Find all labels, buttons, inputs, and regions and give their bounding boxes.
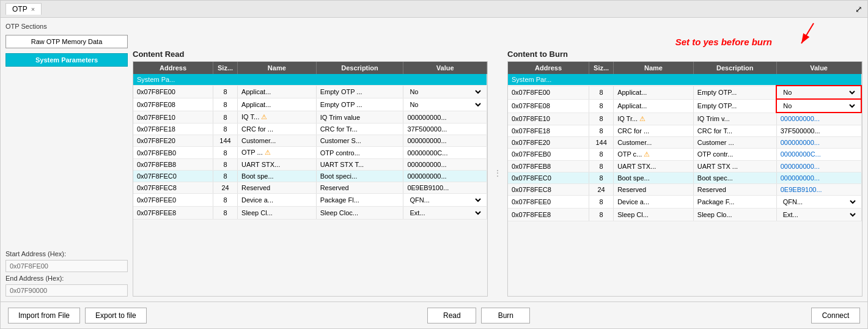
size-cell: 8 <box>589 86 614 99</box>
value-dropdown[interactable]: QFN... <box>407 196 483 204</box>
tables-area: Set to yes before burn Content Read <box>133 23 862 297</box>
size-cell: 144 <box>589 136 614 148</box>
value-cell[interactable]: No <box>403 86 487 98</box>
col-name: Name <box>238 62 317 74</box>
desc-cell: Customer S... <box>316 135 403 147</box>
desc-cell: Customer ... <box>693 136 776 148</box>
group-row-cell: System Pa... <box>133 74 487 86</box>
content-burn-title: Content to Burn <box>507 50 862 59</box>
value-link: 000000000... <box>781 174 820 182</box>
address-section: Start Address (Hex): End Address (Hex): <box>6 250 128 297</box>
value-link: 0E9EB9100... <box>781 186 822 193</box>
desc-cell: Boot spec... <box>693 172 776 183</box>
table-divider: ⋮ <box>493 50 502 297</box>
name-cell: UART STX... <box>614 160 694 172</box>
address-cell: 0x07F8FEE8 <box>508 208 589 221</box>
content-burn-table: Address Siz... Name Description Value Sy… <box>508 62 862 221</box>
content-read-header: Address Siz... Name Description Value <box>133 62 487 74</box>
value-dropdown[interactable]: No <box>407 100 483 109</box>
value-cell[interactable]: Ext... <box>403 207 487 220</box>
group-row-cell: System Par... <box>508 74 861 86</box>
name-cell: Customer... <box>614 136 694 148</box>
system-params-button[interactable]: System Parameters <box>6 53 128 67</box>
size-cell: 8 <box>589 148 614 160</box>
value-cell: 0E9EB9100... <box>776 183 861 195</box>
content-burn-table-container: Address Siz... Name Description Value Sy… <box>507 61 862 297</box>
size-cell: 8 <box>589 160 614 172</box>
value-cell[interactable]: QFN... <box>403 194 487 207</box>
value-cell[interactable]: QFN... <box>776 195 861 208</box>
address-cell: 0x07F8FE08 <box>508 99 589 113</box>
value-dropdown[interactable]: No <box>781 102 857 110</box>
read-button[interactable]: Read <box>427 308 476 323</box>
desc-cell: Package Fl... <box>316 194 403 207</box>
value-cell[interactable]: No <box>776 99 861 113</box>
address-cell: 0x07F8FEC0 <box>508 172 589 183</box>
desc-cell: Reserved <box>316 182 403 194</box>
table-row: 0x07F8FEC824ReservedReserved0E9EB9100... <box>133 182 487 194</box>
value-dropdown[interactable]: QFN... <box>781 198 858 206</box>
table-row: 0x07F8FE088Applicat...Empty OTP ...No <box>133 98 487 111</box>
address-cell: 0x07F8FEB8 <box>508 160 589 172</box>
raw-otp-button[interactable]: Raw OTP Memory Data <box>6 35 128 48</box>
desc-cell: OTP contr... <box>693 148 776 160</box>
desc-cell: UART STX ... <box>693 160 776 172</box>
title-tab: OTP × <box>6 3 42 15</box>
address-cell: 0x07F8FE00 <box>133 86 213 98</box>
resize-button[interactable]: ⤢ <box>855 4 862 14</box>
col-desc: Description <box>316 62 403 74</box>
name-cell: Applicat... <box>238 98 317 111</box>
end-address-label: End Address (Hex): <box>6 275 128 282</box>
name-cell: OTP c... ⚠ <box>614 148 694 160</box>
value-dropdown[interactable]: Ext... <box>781 210 858 219</box>
name-cell: Device a... <box>614 195 694 208</box>
bottom-right-buttons: Connect <box>811 308 860 323</box>
value-cell: 000000000... <box>403 135 487 147</box>
table-row: 0x07F8FEE88Sleep Cl...Sleep Cloc...Ext..… <box>133 207 487 220</box>
content-read-title: Content Read <box>133 50 488 59</box>
warning-icon: ⚠ <box>639 115 645 122</box>
value-cell: 000000000... <box>403 159 487 171</box>
value-cell: 00000000C... <box>776 148 861 160</box>
left-panel: OTP Sections Raw OTP Memory Data System … <box>6 23 128 297</box>
table-row: 0x07F8FE008Applicat...Empty OTP ...No <box>133 86 487 98</box>
burn-button[interactable]: Burn <box>481 308 530 323</box>
start-address-input[interactable] <box>6 260 128 272</box>
desc-cell: Empty OTP ... <box>316 86 403 98</box>
table-row: 0x07F8FE108IQ Tr... ⚠IQ Trim v...0000000… <box>508 113 861 125</box>
address-cell: 0x07F8FE10 <box>508 113 589 125</box>
name-cell: Applicat... <box>614 86 694 99</box>
desc-cell: OTP contro... <box>316 147 403 159</box>
value-cell: 000000000... <box>776 136 861 148</box>
value-cell[interactable]: No <box>776 86 861 99</box>
name-cell: UART STX... <box>238 159 317 171</box>
name-cell: CRC for ... <box>614 125 694 136</box>
col-size-burn: Siz... <box>589 62 614 74</box>
connect-button[interactable]: Connect <box>811 308 860 323</box>
value-dropdown[interactable]: No <box>407 87 483 96</box>
desc-cell: Empty OTP... <box>693 86 776 99</box>
table-row: 0x07F8FE008Applicat...Empty OTP...No <box>508 86 861 99</box>
end-address-input[interactable] <box>6 284 128 297</box>
desc-cell: CRC for T... <box>693 125 776 136</box>
value-cell[interactable]: Ext... <box>776 208 861 221</box>
value-link: 00000000C... <box>781 150 821 158</box>
table-row: 0x07F8FEB88UART STX...UART STX ...000000… <box>508 160 861 172</box>
value-link: 000000000... <box>781 163 820 170</box>
value-cell[interactable]: No <box>403 98 487 111</box>
value-link: 000000000... <box>781 115 820 122</box>
name-cell: Applicat... <box>238 86 317 98</box>
name-cell: Sleep Cl... <box>614 208 694 221</box>
content-read-table: Address Siz... Name Description Value Sy… <box>133 62 487 220</box>
value-dropdown[interactable]: No <box>781 88 857 97</box>
content-read-panel: Content Read Address Siz... Name Descrip… <box>133 50 488 297</box>
import-button[interactable]: Import from File <box>8 308 80 323</box>
close-tab-button[interactable]: × <box>31 6 35 13</box>
table-row: 0x07F8FEC824ReservedReserved0E9EB9100... <box>508 183 861 195</box>
address-cell: 0x07F8FE18 <box>133 124 213 135</box>
export-button[interactable]: Export to file <box>85 308 147 323</box>
annotation-area: Set to yes before burn <box>133 23 862 50</box>
address-cell: 0x07F8FE20 <box>508 136 589 148</box>
table-row: 0x07F8FEC08Boot spe...Boot spec...000000… <box>508 172 861 183</box>
value-dropdown[interactable]: Ext... <box>407 209 483 217</box>
